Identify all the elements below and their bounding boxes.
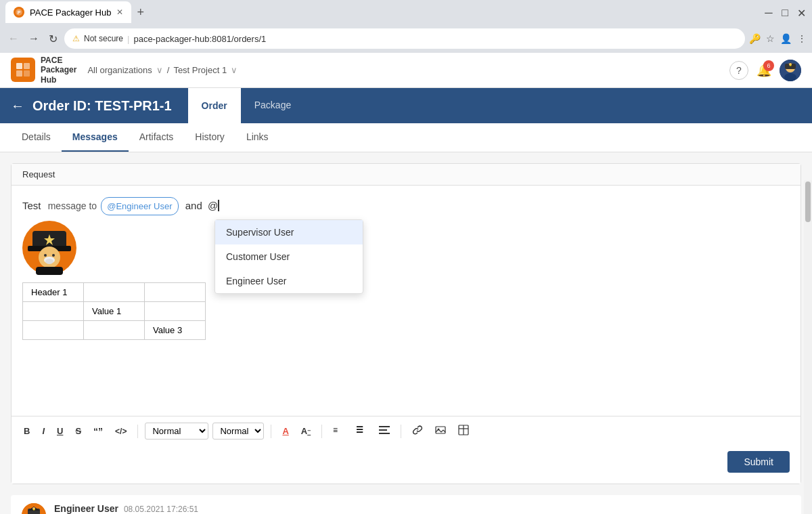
image-icon xyxy=(435,425,446,435)
help-button[interactable]: ? xyxy=(729,61,748,80)
align-button[interactable] xyxy=(375,422,394,440)
address-bar[interactable]: ⚠ Not secure | pace-packager-hub:8081/or… xyxy=(64,28,745,49)
submit-button[interactable]: Submit xyxy=(727,451,790,473)
test-text: Test xyxy=(22,200,41,211)
close-tab-button[interactable]: ✕ xyxy=(116,7,123,17)
avatar-area xyxy=(22,221,790,277)
image-button[interactable] xyxy=(431,422,450,440)
svg-point-19 xyxy=(52,254,55,257)
request-tab-label[interactable]: Request xyxy=(12,164,800,186)
format-select-1[interactable]: Normal Heading 1 Heading 2 xyxy=(145,423,208,440)
logo-text: PACE Packager Hub xyxy=(41,56,76,85)
content-tabs: Details Messages Artifacts History Links xyxy=(0,123,812,152)
svg-rect-26 xyxy=(379,429,387,431)
dropdown-item-customer[interactable]: Customer User xyxy=(215,244,363,269)
mention-engineer-tag: @Engineer User xyxy=(101,197,178,215)
mention-dropdown: Supervisor User Customer User Engineer U… xyxy=(215,219,363,294)
tab-links[interactable]: Links xyxy=(235,123,279,152)
svg-point-21 xyxy=(45,259,53,264)
forward-button[interactable]: → xyxy=(26,30,42,47)
logo-icon xyxy=(11,58,35,82)
tab-order[interactable]: Order xyxy=(188,88,241,123)
request-card: Request Test message to @Engineer User a… xyxy=(11,163,801,484)
new-tab-button[interactable]: + xyxy=(131,3,150,22)
scroll-thumb[interactable] xyxy=(805,181,811,222)
message-to-text: message to xyxy=(48,200,97,211)
table-row: Value 3 xyxy=(23,321,206,340)
notifications-button[interactable]: 🔔 6 xyxy=(757,63,771,78)
breadcrumb-chevron: ∨ xyxy=(156,65,163,75)
tab-details[interactable]: Details xyxy=(11,123,62,152)
message-time: 08.05.2021 17:26:51 xyxy=(124,505,198,514)
ordered-list-button[interactable]: ≡ xyxy=(329,422,348,440)
browser-tab[interactable]: P PACE Packager Hub ✕ xyxy=(5,1,131,23)
message-compose: Test message to @Engineer User and @ xyxy=(22,196,790,215)
toolbar-divider-3 xyxy=(321,425,322,438)
tab-artifacts[interactable]: Artifacts xyxy=(129,123,185,152)
dropdown-item-supervisor[interactable]: Supervisor User xyxy=(215,220,363,244)
tab-favicon: P xyxy=(14,7,24,18)
unordered-list-icon: ☰ xyxy=(356,425,367,435)
svg-point-12 xyxy=(784,73,796,81)
blockquote-button[interactable]: “” xyxy=(89,423,107,440)
user-avatar[interactable]: ★ xyxy=(780,60,801,81)
italic-button[interactable]: I xyxy=(38,423,49,439)
tab-title: PACE Packager Hub xyxy=(30,7,111,18)
table-button[interactable] xyxy=(454,422,473,440)
editor-area[interactable]: Test message to @Engineer User and @ xyxy=(12,186,800,416)
profile-icon: 👤 xyxy=(780,33,792,44)
not-secure-label: Not secure xyxy=(84,34,123,43)
format-select-2[interactable]: Normal Small Large xyxy=(212,423,264,440)
font-color-button[interactable]: A xyxy=(278,423,292,439)
maximize-button[interactable]: □ xyxy=(780,7,790,18)
lock-icon: ⚠ xyxy=(72,34,80,43)
bookmark-icon: ☆ xyxy=(766,33,775,44)
table-cell xyxy=(23,302,84,321)
align-icon xyxy=(379,425,390,435)
back-button[interactable]: ← xyxy=(5,30,22,47)
dropdown-item-engineer[interactable]: Engineer User xyxy=(215,269,363,293)
text-cursor xyxy=(218,200,219,211)
clear-format-button[interactable]: A⁻ xyxy=(297,423,315,439)
breadcrumb: All organizations ∨ / Test Project 1 ∨ xyxy=(87,65,238,75)
table-cell: Value 1 xyxy=(84,302,145,321)
table-cell xyxy=(84,283,145,302)
svg-text:≡: ≡ xyxy=(333,425,338,435)
header-right: ? 🔔 6 ★ xyxy=(729,60,801,81)
code-button[interactable]: </> xyxy=(111,424,131,439)
tab-history[interactable]: History xyxy=(184,123,235,152)
at-cursor: @ xyxy=(208,200,219,211)
composer-avatar xyxy=(22,221,76,275)
tab-messages[interactable]: Messages xyxy=(62,123,129,152)
table-cell xyxy=(145,283,206,302)
underline-button[interactable]: U xyxy=(53,423,67,439)
back-button[interactable]: ← xyxy=(11,98,24,114)
unordered-list-button[interactable]: ☰ xyxy=(352,422,371,440)
toolbar-divider-2 xyxy=(271,425,271,438)
url-divider: | xyxy=(127,34,129,44)
tab-package[interactable]: Package xyxy=(241,88,304,123)
message-item: ★ Engineer User 08.05.2021 17:26:51 And … xyxy=(11,495,801,514)
scrollbar[interactable] xyxy=(804,180,812,514)
svg-rect-27 xyxy=(379,433,390,434)
table-cell: Header 1 xyxy=(23,283,84,302)
order-title: Order ID: TEST-PR1-1 xyxy=(32,98,172,114)
close-button[interactable]: ✕ xyxy=(796,7,807,18)
link-icon xyxy=(412,425,423,435)
project-chevron: ∨ xyxy=(231,65,238,75)
svg-point-18 xyxy=(44,254,47,257)
all-orgs-link[interactable]: All organizations xyxy=(87,65,152,75)
bold-button[interactable]: B xyxy=(20,423,34,439)
project-link[interactable]: Test Project 1 xyxy=(173,65,227,75)
table-cell: Value 3 xyxy=(145,321,206,340)
link-button[interactable] xyxy=(408,422,427,440)
message-content: Engineer User 08.05.2021 17:26:51 And th… xyxy=(54,503,790,514)
toolbar-divider xyxy=(137,425,138,438)
table-cell xyxy=(145,302,206,321)
message-list: ★ Engineer User 08.05.2021 17:26:51 And … xyxy=(11,484,801,514)
refresh-button[interactable]: ↻ xyxy=(46,30,60,48)
svg-text:☰: ☰ xyxy=(356,425,363,435)
strikethrough-button[interactable]: S xyxy=(71,423,85,439)
minimize-button[interactable]: ─ xyxy=(763,7,774,18)
order-header: ← Order ID: TEST-PR1-1 Order Package xyxy=(0,88,812,123)
